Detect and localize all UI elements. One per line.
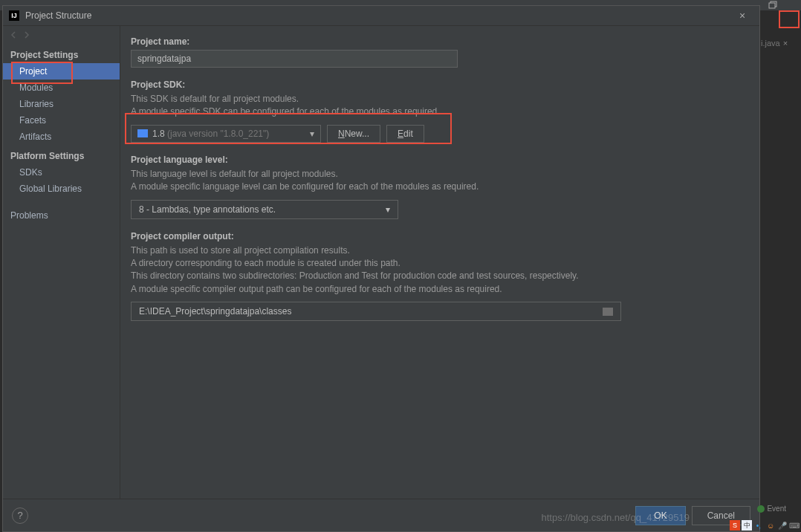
restore-window-icon[interactable] — [768, 0, 779, 5]
svg-rect-1 — [769, 3, 775, 5]
